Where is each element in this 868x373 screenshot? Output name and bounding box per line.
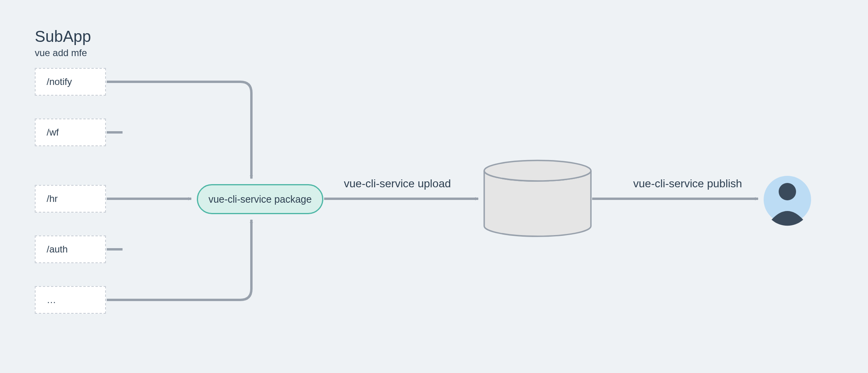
- subapp-label: /wf: [47, 127, 59, 138]
- subapp-label: /auth: [47, 244, 68, 255]
- server-label: Package-Server CDN/OSS: [485, 186, 588, 214]
- subapp-hr: /hr: [35, 185, 106, 213]
- subapp-label: …: [47, 294, 56, 305]
- subapp-more: …: [35, 286, 106, 314]
- package-node: vue-cli-service package: [197, 184, 323, 214]
- svg-point-2: [779, 183, 796, 200]
- upload-arrow-label: vue-cli-service upload: [344, 177, 451, 190]
- svg-point-0: [484, 160, 591, 181]
- svg-point-1: [764, 176, 811, 223]
- user-icon: [764, 176, 811, 226]
- subapp-auth: /auth: [35, 235, 106, 263]
- diagram-title: SubApp: [35, 28, 91, 45]
- server-line2: CDN/OSS: [485, 200, 588, 214]
- subapp-notify: /notify: [35, 68, 106, 96]
- publish-arrow-label: vue-cli-service publish: [633, 177, 742, 190]
- subapp-label: /hr: [47, 193, 58, 204]
- subapp-label: /notify: [47, 76, 72, 87]
- package-label: vue-cli-service package: [208, 194, 311, 205]
- diagram-subtitle: vue add mfe: [35, 47, 87, 58]
- subapp-wf: /wf: [35, 119, 106, 146]
- server-line1: Package-Server: [485, 186, 588, 200]
